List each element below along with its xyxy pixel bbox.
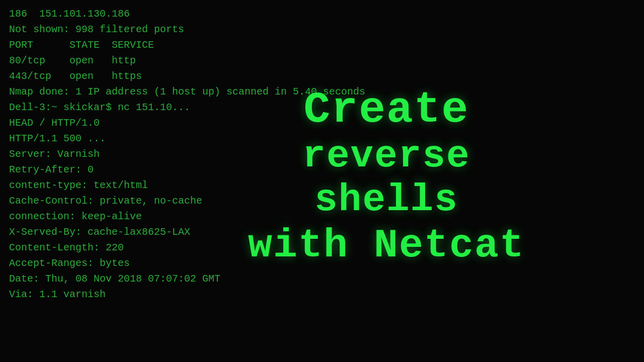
terminal-window: 186 151.101.130.186Not shown: 998 filter… bbox=[0, 0, 644, 362]
terminal-output: 186 151.101.130.186Not shown: 998 filter… bbox=[9, 6, 635, 302]
